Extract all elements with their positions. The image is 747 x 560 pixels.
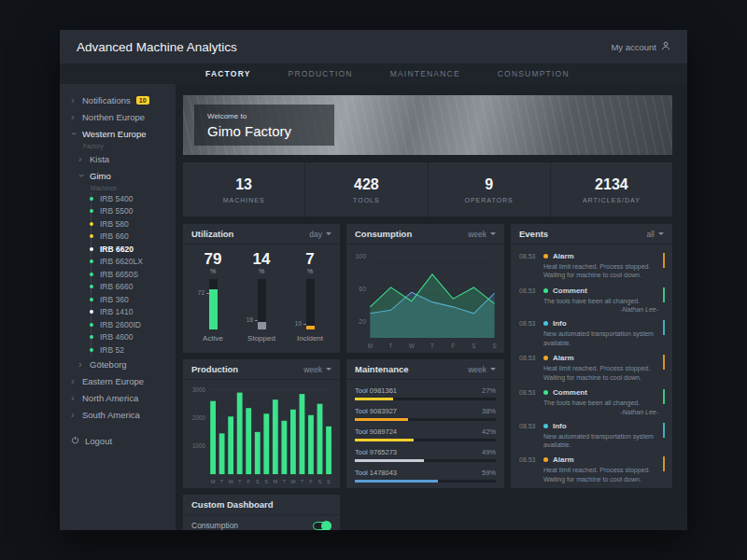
- chevron-right-icon: ›: [78, 359, 84, 370]
- production-range-dropdown[interactable]: week: [303, 365, 331, 374]
- welcome-label: Welcome to: [207, 112, 334, 120]
- event-type-label: Comment: [553, 388, 587, 397]
- main-content: Welcome to Gimo Factory 13 MACHINES 428 …: [176, 84, 687, 530]
- sidebar-item-north-america[interactable]: › North America: [71, 390, 176, 407]
- user-icon: [661, 41, 670, 52]
- sidebar-item-goteborg[interactable]: › Göteborg: [78, 357, 176, 373]
- sidebar-machine-item[interactable]: IRB 6650S: [92, 268, 176, 281]
- svg-text:F: F: [309, 479, 313, 484]
- sidebar-machine-item[interactable]: IRB 6620LX: [92, 256, 176, 269]
- machine-label: IRB 580: [100, 219, 129, 229]
- event-body: InfoNew automated transportation system …: [543, 319, 665, 347]
- event-item[interactable]: 08.53AlarmHeat limit reached. Process st…: [519, 249, 665, 284]
- sidebar: › Notifications 10 › Northen Europe › We…: [60, 84, 176, 530]
- consumption-toggle[interactable]: [313, 522, 331, 530]
- event-item[interactable]: 08.53AlarmHeat limit reached. Process st…: [519, 453, 665, 487]
- event-body: AlarmHeat limit reached. Process stopped…: [543, 354, 665, 382]
- event-item[interactable]: 08.53CommentThe tools have been all chan…: [519, 385, 665, 418]
- event-accent-bar: [663, 389, 665, 404]
- logout-button[interactable]: Logout: [71, 433, 176, 450]
- tab-consumption[interactable]: CONSUMPTION: [479, 63, 588, 84]
- sidebar-machine-item[interactable]: IRB 2600ID: [92, 318, 176, 331]
- svg-text:S: S: [256, 479, 260, 484]
- tool-label: Tool 9083927: [355, 407, 397, 415]
- factory-name: Gimo Factory: [207, 123, 334, 139]
- utilization-bar: [258, 279, 266, 329]
- event-head: Alarm: [543, 455, 658, 464]
- event-item[interactable]: 08.53CommentThe tools have been all chan…: [519, 487, 665, 488]
- sidebar-machine-item[interactable]: IRB 6620: [92, 243, 176, 256]
- maintenance-row-top: Tool 098136127%: [355, 386, 496, 395]
- machine-label: IRB 5400: [100, 194, 133, 203]
- utilization-range-dropdown[interactable]: day: [309, 230, 331, 239]
- sidebar-machine-item[interactable]: IRB 5400: [92, 192, 176, 205]
- toggle-knob: [321, 521, 331, 531]
- utilization-value: 79: [204, 251, 222, 267]
- utilization-category-label: Active: [203, 334, 223, 343]
- machine-status-dot: [90, 247, 93, 251]
- event-body: InfoNew automated transportation system …: [543, 422, 665, 450]
- machine-status-dot: [90, 209, 93, 213]
- event-type-label: Alarm: [553, 354, 574, 362]
- tab-factory[interactable]: FACTORY: [187, 63, 270, 84]
- event-head: Comment: [543, 388, 658, 397]
- utilization-value: 7: [305, 251, 314, 267]
- svg-text:W: W: [409, 343, 416, 349]
- event-type-label: Alarm: [553, 455, 574, 464]
- tool-percent: 42%: [482, 427, 496, 436]
- sidebar-item-notifications[interactable]: › Notifications 10: [71, 91, 176, 108]
- card-title: Consumption: [355, 229, 412, 239]
- sidebar-item-south-america[interactable]: › South America: [71, 407, 176, 424]
- maintenance-range-dropdown[interactable]: week: [468, 365, 496, 374]
- sidebar-machine-item[interactable]: IRB 1410: [92, 306, 176, 319]
- progress-fill: [355, 439, 414, 441]
- event-item[interactable]: 08.53InfoNew automated transportation sy…: [519, 316, 665, 351]
- event-item[interactable]: 08.53AlarmHeat limit reached. Process st…: [519, 351, 665, 385]
- consumption-range-dropdown[interactable]: week: [468, 230, 496, 239]
- sidebar-item-kista[interactable]: › Kista: [78, 150, 176, 167]
- sidebar-machine-item[interactable]: IRB 360: [92, 293, 176, 306]
- sidebar-item-western-europe[interactable]: › Western Europe: [71, 125, 176, 142]
- svg-text:S: S: [264, 479, 268, 484]
- utilization-unit: %: [307, 268, 313, 274]
- event-item[interactable]: 08.53CommentThe tools have been all chan…: [519, 284, 665, 316]
- notifications-label: Notifications: [82, 95, 131, 105]
- utilization-value: 14: [253, 251, 271, 267]
- sidebar-machine-item[interactable]: IRB 580: [92, 217, 176, 231]
- chevron-right-icon: ›: [78, 154, 84, 164]
- sidebar-machine-item[interactable]: IRB 4600: [92, 331, 176, 344]
- event-item[interactable]: 08.53InfoNew automated transportation sy…: [519, 419, 665, 454]
- machine-status-dot: [90, 222, 93, 226]
- events-filter-dropdown[interactable]: all: [646, 230, 664, 239]
- stat-label: ARTICLES/DAY: [583, 197, 641, 203]
- tool-label: Tool 9765273: [355, 448, 397, 456]
- sidebar-item-gimo[interactable]: › Gimo: [78, 167, 176, 184]
- svg-text:W: W: [228, 479, 233, 484]
- maintenance-list: Tool 098136127%Tool 908392738%Tool 90897…: [346, 380, 504, 488]
- event-text: Heat limit reached. Process stopped. Wai…: [543, 466, 658, 483]
- maintenance-row: Tool 147804359%: [355, 469, 496, 483]
- card-title: Utilization: [191, 229, 233, 239]
- maintenance-row-top: Tool 908972442%: [355, 427, 496, 436]
- tab-production[interactable]: PRODUCTION: [270, 63, 372, 84]
- event-text: New automated transportation system avai…: [543, 432, 658, 450]
- my-account-button[interactable]: My account: [611, 41, 670, 52]
- custom-dashboard-card: Custom Dashboard Consumption: [183, 495, 340, 530]
- stat-value: 13: [235, 176, 252, 193]
- machine-label: IRB 6620LX: [100, 257, 143, 266]
- machine-status-dot: [90, 323, 93, 327]
- sidebar-item-northen-europe[interactable]: › Northen Europe: [71, 108, 176, 125]
- sidebar-machine-item[interactable]: IRB 6660: [92, 281, 176, 294]
- maintenance-row-top: Tool 976527349%: [355, 448, 496, 456]
- machine-status-dot: [90, 335, 93, 339]
- event-time: 08.53: [519, 252, 537, 280]
- sidebar-item-eastern-europe[interactable]: › Eastern Europe: [71, 373, 176, 390]
- event-body: CommentThe tools have been all changed.-…: [543, 388, 665, 414]
- utilization-bar-fill: [209, 289, 218, 329]
- tool-label: Tool 9089724: [355, 427, 397, 436]
- sidebar-machine-item[interactable]: IRB 52: [92, 343, 176, 357]
- stat-machines: 13 MACHINES: [183, 162, 304, 217]
- sidebar-machine-item[interactable]: IRB 5500: [92, 205, 176, 218]
- sidebar-machine-item[interactable]: IRB 660: [92, 231, 176, 244]
- tab-maintenance[interactable]: MAINTENANCE: [372, 63, 479, 84]
